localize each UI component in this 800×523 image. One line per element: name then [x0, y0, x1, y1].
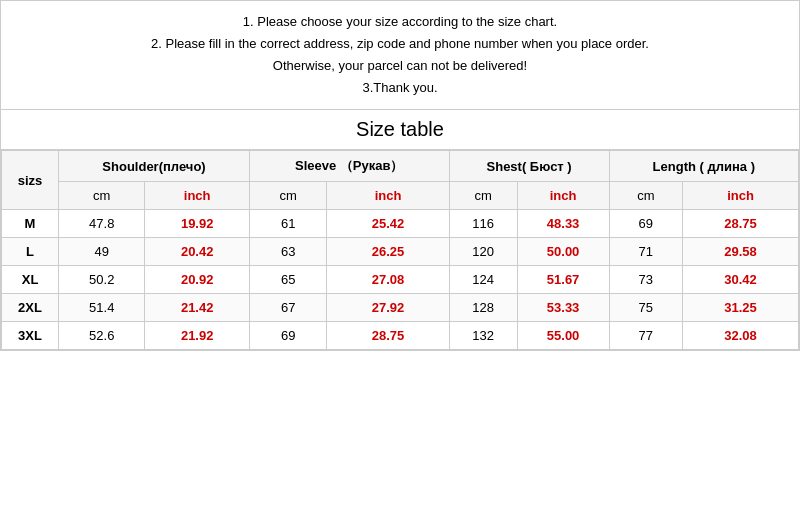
sleeve-cm: 69: [249, 322, 326, 350]
shoulder-inch-header: inch: [145, 182, 250, 210]
sleeve-inch-header: inch: [327, 182, 449, 210]
shest-cm-header: cm: [449, 182, 517, 210]
shoulder-cm: 49: [59, 238, 145, 266]
sleeve-cm: 65: [249, 266, 326, 294]
sleeve-header: Sleeve （Рукав）: [249, 151, 449, 182]
shoulder-inch: 19.92: [145, 210, 250, 238]
sleeve-inch: 27.08: [327, 266, 449, 294]
sleeve-cm: 61: [249, 210, 326, 238]
length-inch: 32.08: [683, 322, 799, 350]
length-cm: 77: [609, 322, 682, 350]
shoulder-inch: 21.42: [145, 294, 250, 322]
table-row: 2XL51.421.426727.9212853.337531.25: [2, 294, 799, 322]
size-table: sizs Shoulder(плечо) Sleeve （Рукав） Shes…: [1, 150, 799, 350]
shest-inch: 51.67: [517, 266, 609, 294]
shoulder-inch: 21.92: [145, 322, 250, 350]
length-inch: 30.42: [683, 266, 799, 294]
shest-inch: 48.33: [517, 210, 609, 238]
sleeve-cm: 63: [249, 238, 326, 266]
length-cm: 73: [609, 266, 682, 294]
notice-line1: 1. Please choose your size according to …: [21, 11, 779, 33]
size-cell: 2XL: [2, 294, 59, 322]
shoulder-cm: 50.2: [59, 266, 145, 294]
shest-inch: 55.00: [517, 322, 609, 350]
shoulder-cm: 51.4: [59, 294, 145, 322]
size-cell: 3XL: [2, 322, 59, 350]
shoulder-header: Shoulder(плечо): [59, 151, 250, 182]
shest-cm: 132: [449, 322, 517, 350]
notice-section: 1. Please choose your size according to …: [1, 1, 799, 110]
shoulder-cm: 47.8: [59, 210, 145, 238]
size-table-title: Size table: [1, 110, 799, 150]
length-header: Length ( длина ): [609, 151, 798, 182]
shoulder-inch: 20.92: [145, 266, 250, 294]
size-cell: M: [2, 210, 59, 238]
table-body: M47.819.926125.4211648.336928.75L4920.42…: [2, 210, 799, 350]
table-row: L4920.426326.2512050.007129.58: [2, 238, 799, 266]
length-cm: 71: [609, 238, 682, 266]
sleeve-inch: 28.75: [327, 322, 449, 350]
sleeve-inch: 27.92: [327, 294, 449, 322]
header-row-top: sizs Shoulder(плечо) Sleeve （Рукав） Shes…: [2, 151, 799, 182]
size-cell: L: [2, 238, 59, 266]
notice-line3: Otherwise, your parcel can not be delive…: [21, 55, 779, 77]
sleeve-cm-header: cm: [249, 182, 326, 210]
sizs-cell: sizs: [2, 151, 59, 210]
main-container: 1. Please choose your size according to …: [0, 0, 800, 351]
length-inch-header: inch: [683, 182, 799, 210]
notice-line2: 2. Please fill in the correct address, z…: [21, 33, 779, 55]
shest-cm: 124: [449, 266, 517, 294]
length-inch: 28.75: [683, 210, 799, 238]
length-cm-header: cm: [609, 182, 682, 210]
shest-inch: 50.00: [517, 238, 609, 266]
table-row: XL50.220.926527.0812451.677330.42: [2, 266, 799, 294]
length-inch: 31.25: [683, 294, 799, 322]
shest-inch-header: inch: [517, 182, 609, 210]
table-row: M47.819.926125.4211648.336928.75: [2, 210, 799, 238]
shest-cm: 120: [449, 238, 517, 266]
size-cell: XL: [2, 266, 59, 294]
shest-cm: 128: [449, 294, 517, 322]
sleeve-inch: 26.25: [327, 238, 449, 266]
length-cm: 69: [609, 210, 682, 238]
shest-inch: 53.33: [517, 294, 609, 322]
shoulder-inch: 20.42: [145, 238, 250, 266]
header-row-sub: cm inch cm inch cm inch cm inch: [2, 182, 799, 210]
table-row: 3XL52.621.926928.7513255.007732.08: [2, 322, 799, 350]
sleeve-cm: 67: [249, 294, 326, 322]
shest-cm: 116: [449, 210, 517, 238]
sleeve-inch: 25.42: [327, 210, 449, 238]
shest-header: Shest( Бюст ): [449, 151, 609, 182]
shoulder-cm: 52.6: [59, 322, 145, 350]
shoulder-cm-header: cm: [59, 182, 145, 210]
length-inch: 29.58: [683, 238, 799, 266]
length-cm: 75: [609, 294, 682, 322]
notice-line4: 3.Thank you.: [21, 77, 779, 99]
